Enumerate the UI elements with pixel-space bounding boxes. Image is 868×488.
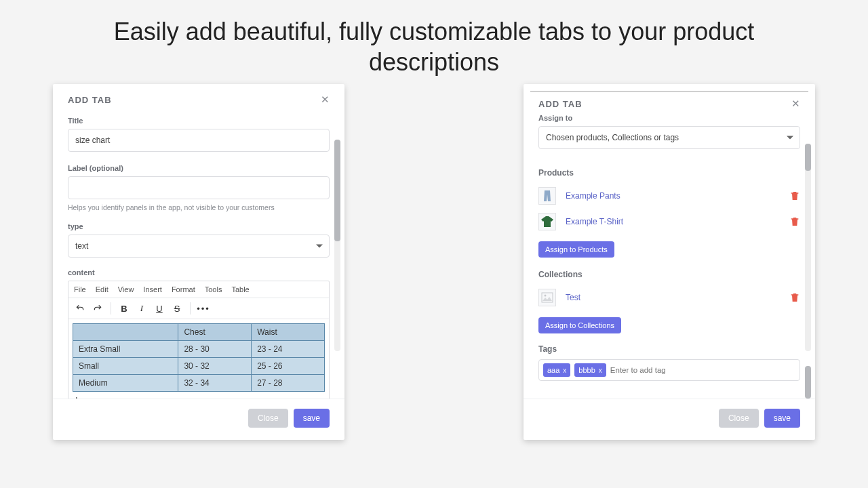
table-row: Small 30 - 32 25 - 26 <box>73 358 325 375</box>
tag-input[interactable] <box>610 366 795 374</box>
save-button[interactable]: save <box>764 409 800 428</box>
editor-menu-insert[interactable]: Insert <box>143 285 162 293</box>
redo-icon[interactable] <box>90 301 105 316</box>
table-row: Medium 32 - 34 27 - 28 <box>73 375 325 392</box>
content-label: content <box>68 268 330 277</box>
table-cell[interactable]: 32 - 34 <box>178 375 252 392</box>
editor-content[interactable]: Chest Waist Extra Small 28 - 30 23 - 24 … <box>68 319 329 399</box>
page-headline: Easily add beautiful, fully customizable… <box>0 0 868 84</box>
product-thumb-icon <box>538 187 556 205</box>
editor-menubar: File Edit View Insert Format Tools Table <box>68 281 329 298</box>
tag-remove-icon[interactable]: x <box>563 367 566 374</box>
scrollbar-track[interactable] <box>805 144 811 351</box>
table-cell[interactable]: 25 - 26 <box>252 358 325 375</box>
close-icon[interactable]: ✕ <box>321 94 330 106</box>
assign-to-collections-button[interactable]: Assign to Collections <box>538 317 621 333</box>
scrollbar-thumb[interactable] <box>805 366 811 399</box>
editor-menu-table[interactable]: Table <box>231 285 249 293</box>
close-button[interactable]: Close <box>248 409 288 428</box>
delete-icon[interactable] <box>789 190 800 201</box>
modal-title: ADD TAB <box>538 99 583 109</box>
undo-icon[interactable] <box>73 301 87 316</box>
scrollbar-thumb[interactable] <box>805 144 811 171</box>
table-header-cell[interactable] <box>73 324 178 341</box>
table-cell[interactable]: Medium <box>73 375 178 392</box>
close-icon[interactable]: ✕ <box>791 98 800 110</box>
delete-icon[interactable] <box>789 216 800 227</box>
editor-menu-view[interactable]: View <box>118 285 134 293</box>
editor-toolbar: B I U S ••• <box>68 298 329 319</box>
italic-icon[interactable]: I <box>134 301 149 316</box>
tag-chip[interactable]: bbbb x <box>574 363 606 377</box>
tags-input-row[interactable]: aaa x bbbb x <box>538 359 800 381</box>
modal-title: ADD TAB <box>68 95 112 105</box>
tags-heading: Tags <box>538 344 800 354</box>
table-row: Extra Small 28 - 30 23 - 24 <box>73 341 325 358</box>
products-heading: Products <box>538 168 800 178</box>
collections-heading: Collections <box>538 270 800 279</box>
save-button[interactable]: save <box>294 409 330 428</box>
type-select[interactable]: text <box>68 235 330 258</box>
tag-chip[interactable]: aaa x <box>543 363 570 377</box>
label-input[interactable] <box>68 176 330 199</box>
editor-menu-file[interactable]: File <box>74 285 86 293</box>
strikethrough-icon[interactable]: S <box>170 301 184 316</box>
table-cell[interactable]: Small <box>73 358 178 375</box>
add-tab-modal-right: ADD TAB ✕ Assign to Chosen products, Col… <box>524 84 815 440</box>
product-row: Example Pants <box>538 183 800 209</box>
svg-point-1 <box>545 295 547 297</box>
add-tab-modal-left: ADD TAB ✕ Title Label (optional) Helps y… <box>53 84 344 440</box>
close-button[interactable]: Close <box>719 409 759 428</box>
editor-cursor[interactable]: | <box>73 392 325 399</box>
title-label: Title <box>68 117 330 125</box>
assign-to-select[interactable]: Chosen products, Collections or tags <box>538 126 800 149</box>
tag-remove-icon[interactable]: x <box>599 367 602 374</box>
collection-thumb-icon <box>538 289 556 306</box>
table-header-cell[interactable]: Waist <box>252 324 325 341</box>
product-row: Example T-Shirt <box>538 209 800 235</box>
product-name[interactable]: Example Pants <box>566 191 780 201</box>
delete-icon[interactable] <box>789 292 800 303</box>
bold-icon[interactable]: B <box>117 301 132 316</box>
type-label: type <box>68 222 330 230</box>
table-header-cell[interactable]: Chest <box>178 324 252 341</box>
tag-chip-label: bbbb <box>578 366 595 374</box>
label-helper-text: Helps you identify panels in the app, no… <box>68 203 330 211</box>
table-cell[interactable]: 28 - 30 <box>178 341 252 358</box>
underline-icon[interactable]: U <box>152 301 167 316</box>
editor-menu-edit[interactable]: Edit <box>96 285 108 293</box>
table-cell[interactable]: 30 - 32 <box>178 358 252 375</box>
table-cell[interactable]: 23 - 24 <box>252 341 325 358</box>
table-row: Chest Waist <box>73 324 325 341</box>
product-thumb-icon <box>538 213 556 230</box>
table-cell[interactable]: Extra Small <box>73 341 178 358</box>
table-cell[interactable]: 27 - 28 <box>252 375 325 392</box>
tag-chip-label: aaa <box>547 366 559 374</box>
assign-to-products-button[interactable]: Assign to Products <box>538 241 614 258</box>
editor-menu-format[interactable]: Format <box>172 285 195 293</box>
title-input[interactable] <box>68 129 330 152</box>
collection-name[interactable]: Test <box>566 293 780 302</box>
rich-text-editor: File Edit View Insert Format Tools Table <box>68 281 330 399</box>
more-icon[interactable]: ••• <box>196 301 211 316</box>
product-name[interactable]: Example T-Shirt <box>566 217 780 226</box>
size-chart-table[interactable]: Chest Waist Extra Small 28 - 30 23 - 24 … <box>73 323 325 392</box>
scrollbar-thumb[interactable] <box>334 140 340 241</box>
collection-row: Test <box>538 285 800 310</box>
editor-menu-tools[interactable]: Tools <box>205 285 222 293</box>
assign-to-label: Assign to <box>538 114 800 122</box>
label-label: Label (optional) <box>68 164 330 172</box>
